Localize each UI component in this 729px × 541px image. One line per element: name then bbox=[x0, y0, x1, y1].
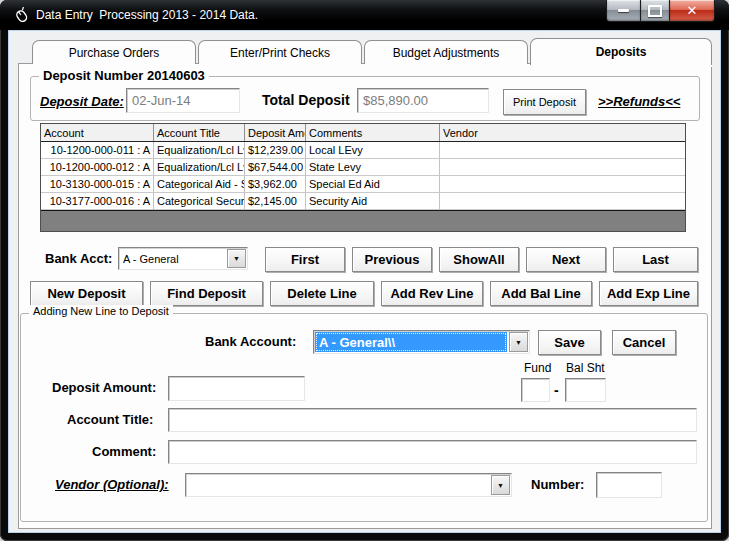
close-button[interactable]: ✕ bbox=[669, 0, 715, 22]
bank-acct-value: A - General bbox=[119, 248, 226, 269]
bal-sht-input[interactable] bbox=[565, 378, 606, 402]
table-cell: $67,544.00 bbox=[245, 159, 306, 175]
table-row[interactable]: 10-3130-000-015 : ACategorical Aid - Spe… bbox=[41, 176, 685, 193]
total-deposit-input[interactable]: $85,890.00 bbox=[357, 88, 489, 113]
deposit-grid-empty-area bbox=[41, 210, 685, 232]
add-rev-line-label: Add Rev Line bbox=[390, 286, 473, 301]
add-rev-line-button[interactable]: Add Rev Line bbox=[381, 281, 483, 306]
first-button[interactable]: First bbox=[265, 247, 345, 272]
total-deposit-label: Total Deposit bbox=[262, 92, 350, 108]
table-cell bbox=[440, 193, 685, 209]
table-cell: $3,962.00 bbox=[245, 176, 306, 192]
tab-label: Deposits bbox=[596, 45, 647, 59]
refunds-link[interactable]: >>Refunds<< bbox=[598, 94, 680, 109]
next-label: Next bbox=[552, 252, 580, 267]
table-cell: $2,145.00 bbox=[245, 193, 306, 209]
chevron-down-icon[interactable]: ▼ bbox=[491, 475, 510, 495]
column-header[interactable]: Vendor bbox=[440, 124, 685, 141]
new-deposit-button[interactable]: New Deposit bbox=[30, 281, 143, 306]
new-deposit-label: New Deposit bbox=[47, 286, 125, 301]
table-cell: 10-1200-000-011 : A bbox=[41, 142, 154, 158]
table-cell: Security Aid bbox=[306, 193, 440, 209]
table-cell bbox=[440, 159, 685, 175]
column-header[interactable]: Comments bbox=[306, 124, 440, 141]
cancel-button[interactable]: Cancel bbox=[612, 330, 676, 355]
column-header[interactable]: Account Title bbox=[154, 124, 245, 141]
deposit-date-label[interactable]: Deposit Date: bbox=[40, 94, 124, 109]
bank-acct-select[interactable]: A - General ▼ bbox=[118, 247, 248, 270]
tab-budget-adjustments[interactable]: Budget Adjustments bbox=[364, 40, 528, 64]
tab-enter-print-checks[interactable]: Enter/Print Checks bbox=[198, 40, 362, 64]
table-cell: 10-3130-000-015 : A bbox=[41, 176, 154, 192]
add-exp-line-label: Add Exp Line bbox=[607, 286, 690, 301]
vendor-select[interactable]: ▼ bbox=[185, 473, 512, 497]
table-cell: Local LEvy bbox=[306, 142, 440, 158]
add-bal-line-label: Add Bal Line bbox=[501, 286, 580, 301]
table-cell: 10-3177-000-016 : A bbox=[41, 193, 154, 209]
deposit-amount-input[interactable] bbox=[168, 376, 305, 401]
tab-label: Enter/Print Checks bbox=[230, 46, 330, 60]
deposit-amount-label: Deposit Amount: bbox=[52, 380, 156, 395]
add-bal-line-button[interactable]: Add Bal Line bbox=[490, 281, 592, 306]
save-label: Save bbox=[554, 335, 584, 350]
app-window: Data Entry Processing 2013 - 2014 Data. … bbox=[0, 0, 729, 541]
fund-balsht-separator: - bbox=[554, 382, 559, 398]
account-title-label: Account Title: bbox=[67, 412, 153, 427]
first-label: First bbox=[291, 252, 319, 267]
chevron-down-icon[interactable]: ▼ bbox=[227, 249, 246, 268]
last-label: Last bbox=[642, 252, 669, 267]
minimize-icon bbox=[618, 9, 629, 12]
showall-label: ShowAll bbox=[453, 252, 504, 267]
deposit-grid-header: AccountAccount TitleDeposit AmountCommen… bbox=[41, 124, 685, 142]
adding-new-line-group-title: Adding New Line to Deposit bbox=[29, 305, 173, 317]
chevron-down-icon[interactable]: ▼ bbox=[509, 332, 528, 352]
table-row[interactable]: 10-1200-000-011 : AEqualization/Lcl Lvy … bbox=[41, 142, 685, 159]
bank-account-select[interactable]: A - General\\ ▼ bbox=[313, 330, 530, 354]
showall-button[interactable]: ShowAll bbox=[439, 247, 519, 272]
number-input[interactable] bbox=[596, 472, 662, 498]
bank-account-value: A - General\\ bbox=[315, 332, 507, 352]
table-cell: Special Ed Aid bbox=[306, 176, 440, 192]
fund-input[interactable] bbox=[521, 378, 550, 402]
table-cell bbox=[440, 176, 685, 192]
next-button[interactable]: Next bbox=[526, 247, 606, 272]
find-deposit-button[interactable]: Find Deposit bbox=[150, 281, 263, 306]
delete-line-button[interactable]: Delete Line bbox=[270, 281, 374, 306]
title-bar[interactable]: Data Entry Processing 2013 - 2014 Data. … bbox=[0, 0, 729, 30]
maximize-button[interactable] bbox=[640, 0, 670, 22]
save-button[interactable]: Save bbox=[538, 330, 601, 355]
bal-sht-label: Bal Sht bbox=[566, 361, 605, 375]
column-header[interactable]: Deposit Amount bbox=[245, 124, 306, 141]
minimize-button[interactable] bbox=[606, 0, 641, 22]
fund-label: Fund bbox=[524, 361, 551, 375]
previous-button[interactable]: Previous bbox=[352, 247, 432, 272]
deposit-grid[interactable]: AccountAccount TitleDeposit AmountCommen… bbox=[40, 123, 686, 232]
tab-label: Purchase Orders bbox=[69, 46, 160, 60]
number-label: Number: bbox=[531, 477, 584, 492]
tab-purchase-orders[interactable]: Purchase Orders bbox=[32, 40, 196, 64]
table-row[interactable]: 10-3177-000-016 : ACategorical Security … bbox=[41, 193, 685, 210]
last-button[interactable]: Last bbox=[613, 247, 698, 272]
table-cell: Categorical Aid - Spec bbox=[154, 176, 245, 192]
close-icon: ✕ bbox=[687, 3, 698, 18]
bank-account-label: Bank Account: bbox=[205, 334, 296, 349]
window-title: Data Entry Processing 2013 - 2014 Data. bbox=[36, 8, 258, 22]
maximize-icon bbox=[648, 5, 662, 17]
deposit-date-input[interactable]: 02-Jun-14 bbox=[126, 88, 240, 113]
table-cell: Categorical Security Ai bbox=[154, 193, 245, 209]
table-cell: State Levy bbox=[306, 159, 440, 175]
comment-label: Comment: bbox=[92, 444, 156, 459]
vendor-optional-label[interactable]: Vendor (Optional): bbox=[55, 477, 169, 492]
deposit-grid-rows: 10-1200-000-011 : AEqualization/Lcl Lvy … bbox=[41, 142, 685, 210]
total-deposit-value: $85,890.00 bbox=[363, 93, 428, 108]
comment-input[interactable] bbox=[168, 440, 697, 464]
table-row[interactable]: 10-1200-000-012 : AEqualization/Lcl Lvy … bbox=[41, 159, 685, 176]
tab-deposits[interactable]: Deposits bbox=[530, 38, 712, 65]
deposit-date-value: 02-Jun-14 bbox=[132, 93, 191, 108]
column-header[interactable]: Account bbox=[41, 124, 154, 141]
account-title-input[interactable] bbox=[168, 408, 697, 432]
table-cell: Equalization/Lcl Lvy A bbox=[154, 142, 245, 158]
table-cell: $12,239.00 bbox=[245, 142, 306, 158]
print-deposit-button[interactable]: Print Deposit bbox=[503, 89, 586, 115]
add-exp-line-button[interactable]: Add Exp Line bbox=[599, 281, 698, 306]
